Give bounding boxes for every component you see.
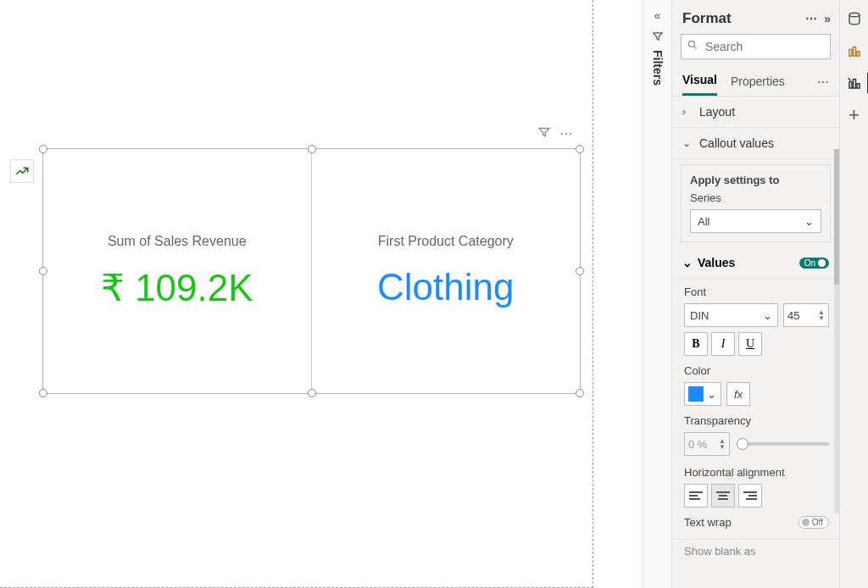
chevron-down-icon: ⌄ xyxy=(707,388,716,401)
halign-label: Horizontal alignment xyxy=(684,466,829,479)
svg-rect-3 xyxy=(853,47,855,57)
transparency-input[interactable]: 0 % ▲▼ xyxy=(684,432,730,456)
font-size-stepper[interactable]: 45 ▲▼ xyxy=(783,303,829,327)
svg-rect-5 xyxy=(849,82,852,89)
resize-handle[interactable] xyxy=(39,389,47,397)
svg-point-0 xyxy=(688,41,694,47)
section-values-label: Values xyxy=(698,256,735,269)
transparency-value: 0 % xyxy=(688,438,707,451)
transparency-slider[interactable] xyxy=(737,442,829,446)
resize-handle[interactable] xyxy=(576,145,584,153)
series-dropdown[interactable]: All ⌄ xyxy=(690,209,821,233)
report-canvas[interactable]: ⋯ Sum of Sales Revenue ₹ 109.2K First Pr… xyxy=(0,0,593,588)
font-size-value: 45 xyxy=(787,309,799,322)
slider-thumb[interactable] xyxy=(737,438,748,450)
format-search-input[interactable] xyxy=(681,34,831,59)
chevron-down-icon: ⌄ xyxy=(682,137,694,149)
data-pane-icon[interactable] xyxy=(844,8,865,29)
align-left-button[interactable] xyxy=(684,484,708,508)
resize-handle[interactable] xyxy=(308,389,316,397)
format-search xyxy=(681,34,831,59)
tabs-more-icon[interactable]: ⋯ xyxy=(817,75,829,89)
add-pane-icon[interactable]: + xyxy=(844,105,865,125)
more-options-icon[interactable]: ⋯ xyxy=(559,125,573,142)
build-pane-icon[interactable] xyxy=(844,41,865,61)
section-callout-values[interactable]: ⌄ Callout values xyxy=(672,128,839,159)
svg-rect-4 xyxy=(857,52,860,56)
transparency-label: Transparency xyxy=(684,414,829,427)
color-label: Color xyxy=(684,364,829,377)
funnel-icon xyxy=(652,31,664,45)
svg-rect-2 xyxy=(849,50,852,57)
chevron-down-icon: ⌄ xyxy=(804,215,814,228)
section-values-header[interactable]: ⌄ Values On xyxy=(672,247,839,279)
textwrap-label: Text wrap xyxy=(684,516,732,529)
filters-label: Filters xyxy=(651,50,665,86)
align-right-button[interactable] xyxy=(738,484,762,508)
format-more-icon[interactable]: ⋯ xyxy=(805,12,817,25)
card-left-value: ₹ 109.2K xyxy=(101,266,253,309)
resize-handle[interactable] xyxy=(576,267,584,275)
format-title: Format xyxy=(682,10,732,27)
svg-rect-6 xyxy=(853,80,855,89)
color-picker[interactable]: ⌄ xyxy=(684,382,721,406)
filter-icon[interactable] xyxy=(537,125,551,142)
collapse-format-icon[interactable]: » xyxy=(824,12,831,25)
font-label: Font xyxy=(684,286,829,298)
align-center-button[interactable] xyxy=(711,484,735,508)
search-icon xyxy=(687,39,698,53)
apply-settings-label: Apply settings to xyxy=(690,174,821,186)
filters-pane-collapsed[interactable]: « Filters xyxy=(643,0,671,588)
font-family-value: DIN xyxy=(690,309,709,322)
chevron-down-icon: ⌄ xyxy=(763,309,772,322)
italic-button[interactable]: I xyxy=(711,332,735,356)
color-swatch xyxy=(688,386,704,402)
toggle-on-label: On xyxy=(804,258,815,268)
right-icon-rail: + xyxy=(839,0,868,588)
values-toggle[interactable]: On xyxy=(799,258,829,269)
bold-button[interactable]: B xyxy=(684,332,708,356)
section-layout-label: Layout xyxy=(699,105,735,119)
card-visual-selected[interactable]: ⋯ Sum of Sales Revenue ₹ 109.2K First Pr… xyxy=(42,148,581,394)
section-callout-label: Callout values xyxy=(699,136,774,150)
expand-filters-icon[interactable]: « xyxy=(654,8,661,22)
show-blank-label: Show blank as xyxy=(672,540,839,563)
values-panel: Font DIN ⌄ 45 ▲▼ B I U Color xyxy=(672,279,839,540)
svg-point-1 xyxy=(849,13,860,17)
stepper-arrows-icon[interactable]: ▲▼ xyxy=(818,309,825,321)
card-right: First Product Category Clothing xyxy=(312,149,581,393)
tab-properties[interactable]: Properties xyxy=(731,69,785,95)
resize-handle[interactable] xyxy=(576,389,584,397)
apply-settings-panel: Apply settings to Series All ⌄ xyxy=(681,164,831,242)
format-pane-icon[interactable] xyxy=(844,73,865,93)
series-value: All xyxy=(698,215,709,228)
resize-handle[interactable] xyxy=(39,267,47,275)
conditional-formatting-button[interactable]: fx xyxy=(726,382,750,406)
card-right-title: First Product Category xyxy=(378,234,514,249)
chevron-down-icon: ⌄ xyxy=(682,256,693,269)
toggle-off-label: Off xyxy=(812,518,823,527)
card-left-title: Sum of Sales Revenue xyxy=(108,234,247,249)
tab-visual[interactable]: Visual xyxy=(682,68,717,96)
card-right-value: Clothing xyxy=(377,266,514,308)
format-pane: Format ⋯ » Visual Properties ⋯ › Layout … xyxy=(671,0,839,588)
card-left: Sum of Sales Revenue ₹ 109.2K xyxy=(43,149,312,393)
resize-handle[interactable] xyxy=(39,145,47,153)
stepper-arrows-icon[interactable]: ▲▼ xyxy=(719,438,726,450)
font-family-dropdown[interactable]: DIN ⌄ xyxy=(684,303,778,327)
resize-handle[interactable] xyxy=(308,145,316,153)
section-layout[interactable]: › Layout xyxy=(672,97,839,128)
textwrap-toggle[interactable]: Off xyxy=(798,516,829,529)
svg-rect-7 xyxy=(857,84,860,88)
underline-button[interactable]: U xyxy=(738,332,762,356)
series-label: Series xyxy=(690,191,821,204)
format-painter-icon[interactable] xyxy=(10,159,34,183)
chevron-right-icon: › xyxy=(682,106,694,118)
